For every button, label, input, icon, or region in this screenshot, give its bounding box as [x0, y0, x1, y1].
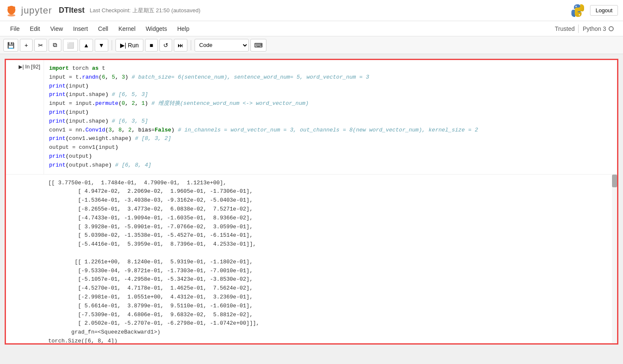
cell-sidebar: ▶| In [92]: [6, 60, 44, 174]
copy-button[interactable]: ⧉: [49, 39, 61, 52]
restart-button[interactable]: ↺: [159, 39, 172, 52]
menu-cell[interactable]: Cell: [93, 23, 113, 35]
cell-code-content[interactable]: import torch as t input = t.randn(6, 5, …: [44, 60, 617, 174]
kernel-status-circle: [609, 26, 614, 31]
paste-button[interactable]: ⬜: [63, 39, 78, 52]
menu-widgets[interactable]: Widgets: [140, 23, 172, 35]
checkpoint-time: 上星期五 21:50: [132, 7, 170, 14]
cell-type-select[interactable]: Code Markdown Raw NBConvert Heading: [195, 39, 249, 52]
toolbar: 💾 + ✂ ⧉ ⬜ ▲ ▼ ▶| Run ■ ↺ ⏭ Code Markdown…: [0, 36, 623, 54]
notebook-name[interactable]: DTItest: [59, 6, 85, 15]
menu-insert[interactable]: Insert: [68, 23, 93, 35]
menu-view[interactable]: View: [45, 23, 68, 35]
logo-area: jupyter: [5, 4, 52, 17]
code-cell-92[interactable]: ▶| In [92] import torch as t input = t.r…: [5, 59, 618, 344]
svg-point-2: [13, 6, 15, 8]
menu-file[interactable]: File: [5, 23, 25, 35]
move-down-button[interactable]: ▼: [95, 39, 108, 52]
keyboard-shortcut-button[interactable]: ⌨: [250, 39, 266, 52]
checkpoint-label: Last Checkpoint:: [90, 7, 131, 14]
toolbar-separator-2: [191, 40, 191, 50]
kernel-info: Python 3: [579, 25, 618, 33]
fast-forward-button[interactable]: ⏭: [174, 39, 187, 52]
cut-button[interactable]: ✂: [34, 39, 47, 52]
logout-button[interactable]: Logout: [590, 5, 618, 16]
svg-point-1: [8, 6, 10, 8]
menubar: File Edit View Insert Cell Kernel Widget…: [0, 21, 623, 36]
cell-execution-count: [92]: [31, 63, 40, 70]
cell-output-content: [[ 3.7750e-01, 1.7484e-01, 4.7909e-01, 1…: [6, 174, 617, 343]
header: jupyter DTItest Last Checkpoint: 上星期五 21…: [0, 0, 623, 21]
menu-help[interactable]: Help: [172, 23, 195, 35]
checkpoint-status: (autosaved): [171, 7, 200, 14]
output-scrollbar-thumb[interactable]: [612, 175, 617, 187]
svg-point-4: [579, 14, 580, 15]
python-logo-icon: [571, 3, 585, 18]
menu-edit[interactable]: Edit: [25, 23, 45, 35]
interrupt-button[interactable]: ■: [145, 39, 158, 52]
save-button[interactable]: 💾: [3, 39, 18, 52]
toolbar-separator-1: [112, 40, 112, 50]
kernel-name: Python 3: [583, 25, 606, 32]
trusted-badge[interactable]: Trusted: [552, 25, 579, 33]
jupyter-wordmark: jupyter: [21, 5, 52, 16]
output-scrollbar[interactable]: [612, 175, 617, 343]
move-up-button[interactable]: ▲: [80, 39, 93, 52]
cell-prompt-label: In: [25, 63, 30, 70]
jupyter-logo-icon: [5, 4, 18, 17]
cell-run-indicator: ▶| In [92]: [19, 63, 40, 70]
cell-input-area: ▶| In [92] import torch as t input = t.r…: [6, 60, 617, 174]
add-cell-button[interactable]: +: [20, 39, 33, 52]
run-label: Run: [128, 42, 139, 49]
run-icon: ▶|: [120, 42, 126, 49]
notebook-container: ▶| In [92] import torch as t input = t.r…: [0, 54, 623, 364]
header-right: Logout: [571, 3, 618, 18]
run-arrow-icon: ▶|: [19, 64, 24, 70]
run-button[interactable]: ▶| Run: [115, 39, 143, 52]
svg-point-3: [576, 5, 577, 7]
menu-kernel[interactable]: Kernel: [113, 23, 140, 35]
